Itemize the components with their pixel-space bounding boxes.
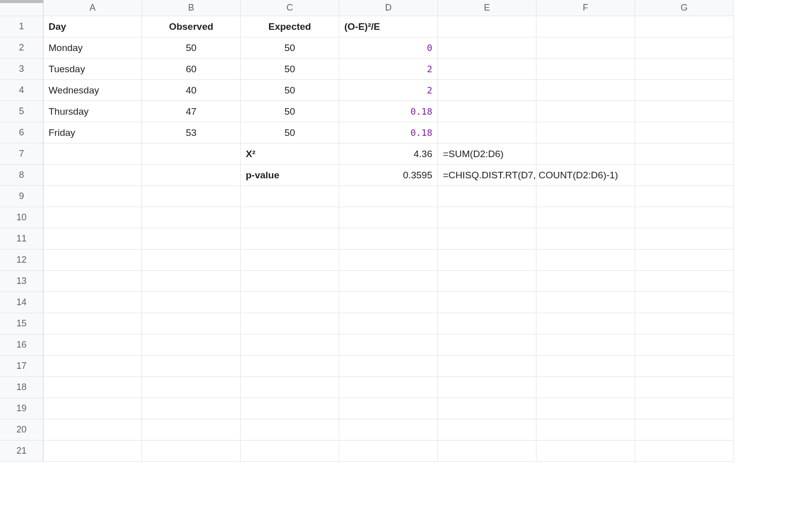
cell-C18[interactable] [241,377,339,398]
select-all-corner[interactable] [0,0,43,16]
cell-B17[interactable] [142,356,241,377]
cell-C21[interactable] [241,441,339,462]
cell-E4[interactable] [438,80,536,101]
row-header-16[interactable]: 16 [0,334,43,356]
cell-A13[interactable] [43,271,142,292]
row-header-3[interactable]: 3 [0,59,43,80]
cell-F14[interactable] [536,292,635,313]
column-header-b[interactable]: B [142,0,241,16]
cell-F17[interactable] [536,356,635,377]
cell-G2[interactable] [635,37,734,59]
cell-A4[interactable]: Wednesday [43,80,142,101]
cell-F8[interactable] [536,165,635,186]
cell-D16[interactable] [339,334,438,356]
cell-C6[interactable]: 50 [241,122,339,143]
cell-A2[interactable]: Monday [43,37,142,59]
cell-E18[interactable] [438,377,536,398]
cell-B14[interactable] [142,292,241,313]
cell-B13[interactable] [142,271,241,292]
row-header-13[interactable]: 13 [0,271,43,292]
row-header-6[interactable]: 6 [0,122,43,143]
cell-C13[interactable] [241,271,339,292]
cell-B3[interactable]: 60 [142,59,241,80]
cell-B15[interactable] [142,313,241,334]
row-header-11[interactable]: 11 [0,228,43,250]
cell-E21[interactable] [438,441,536,462]
cell-G9[interactable] [635,186,734,207]
cell-E9[interactable] [438,186,536,207]
cell-F9[interactable] [536,186,635,207]
column-header-g[interactable]: G [635,0,734,16]
cell-F4[interactable] [536,80,635,101]
cell-F3[interactable] [536,59,635,80]
cell-G7[interactable] [635,143,734,165]
cell-D11[interactable] [339,228,438,250]
cell-C7[interactable]: X² [241,143,339,165]
cell-E14[interactable] [438,292,536,313]
cell-C16[interactable] [241,334,339,356]
cell-A17[interactable] [43,356,142,377]
cell-C2[interactable]: 50 [241,37,339,59]
cell-G17[interactable] [635,356,734,377]
cell-C19[interactable] [241,398,339,419]
cell-D21[interactable] [339,441,438,462]
column-header-f[interactable]: F [536,0,635,16]
cell-G10[interactable] [635,207,734,228]
cell-A18[interactable] [43,377,142,398]
column-header-d[interactable]: D [339,0,438,16]
cell-A9[interactable] [43,186,142,207]
cell-D4[interactable]: 2 [339,80,438,101]
cell-A1[interactable]: Day [43,16,142,37]
cell-D14[interactable] [339,292,438,313]
cell-C9[interactable] [241,186,339,207]
cell-G21[interactable] [635,441,734,462]
column-header-c[interactable]: C [241,0,339,16]
cell-E6[interactable] [438,122,536,143]
cell-D10[interactable] [339,207,438,228]
cell-E16[interactable] [438,334,536,356]
row-header-18[interactable]: 18 [0,377,43,398]
cell-E12[interactable] [438,250,536,271]
cell-E2[interactable] [438,37,536,59]
cell-A14[interactable] [43,292,142,313]
cell-A8[interactable] [43,165,142,186]
cell-D9[interactable] [339,186,438,207]
cell-B5[interactable]: 47 [142,101,241,122]
cell-A5[interactable]: Thursday [43,101,142,122]
row-header-7[interactable]: 7 [0,143,43,165]
cell-F10[interactable] [536,207,635,228]
cell-G6[interactable] [635,122,734,143]
row-header-4[interactable]: 4 [0,80,43,101]
row-header-1[interactable]: 1 [0,16,43,37]
cell-B16[interactable] [142,334,241,356]
cell-G11[interactable] [635,228,734,250]
cell-C15[interactable] [241,313,339,334]
cell-A20[interactable] [43,419,142,441]
row-header-15[interactable]: 15 [0,313,43,334]
cell-B7[interactable] [142,143,241,165]
cell-A11[interactable] [43,228,142,250]
cell-E7[interactable]: =SUM(D2:D6) [438,143,536,165]
cell-F19[interactable] [536,398,635,419]
cell-F13[interactable] [536,271,635,292]
cell-C3[interactable]: 50 [241,59,339,80]
cell-E17[interactable] [438,356,536,377]
cell-G8[interactable] [635,165,734,186]
cell-A15[interactable] [43,313,142,334]
cell-C17[interactable] [241,356,339,377]
cell-C8[interactable]: p-value [241,165,339,186]
cell-A19[interactable] [43,398,142,419]
cell-F1[interactable] [536,16,635,37]
cell-F11[interactable] [536,228,635,250]
spreadsheet-grid[interactable]: ABCDEFG1DayObservedExpected(O-E)²/E2Mond… [0,0,809,462]
cell-D20[interactable] [339,419,438,441]
cell-A3[interactable]: Tuesday [43,59,142,80]
cell-F15[interactable] [536,313,635,334]
cell-F21[interactable] [536,441,635,462]
cell-A7[interactable] [43,143,142,165]
cell-E11[interactable] [438,228,536,250]
cell-A12[interactable] [43,250,142,271]
cell-B9[interactable] [142,186,241,207]
row-header-9[interactable]: 9 [0,186,43,207]
cell-B1[interactable]: Observed [142,16,241,37]
